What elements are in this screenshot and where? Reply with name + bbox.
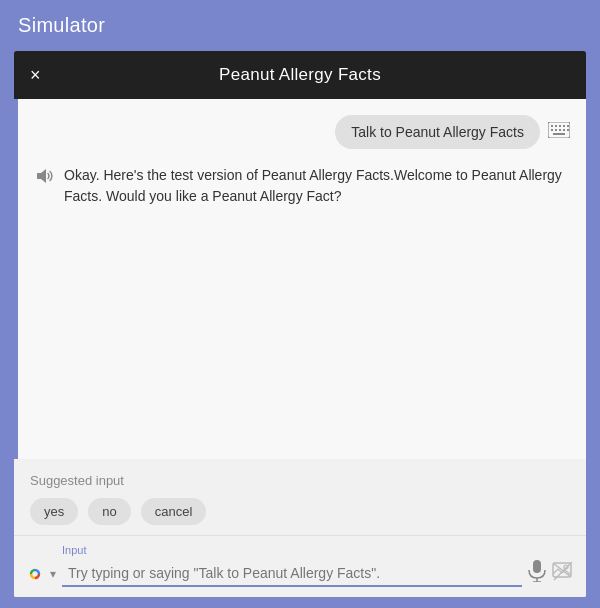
chevron-down-icon[interactable]: ▾ (50, 567, 56, 581)
user-message-row: Talk to Peanut Allergy Facts (34, 115, 570, 149)
chat-title: Peanut Allergy Facts (219, 65, 381, 85)
svg-rect-4 (563, 125, 565, 127)
svg-rect-6 (551, 129, 553, 131)
input-section: Input ▾ (14, 535, 586, 597)
svg-rect-9 (563, 129, 565, 131)
suggested-section: Suggested input yes no cancel (14, 459, 586, 535)
simulator-title: Simulator (18, 14, 105, 36)
chat-input[interactable] (62, 561, 522, 587)
chat-messages: Talk to Peanut Allergy Facts (14, 99, 586, 459)
svg-rect-8 (559, 129, 561, 131)
chat-header: × Peanut Allergy Facts (14, 51, 586, 99)
user-message-text: Talk to Peanut Allergy Facts (351, 124, 524, 140)
speaker-icon[interactable] (34, 167, 54, 190)
svg-rect-11 (553, 133, 565, 135)
input-row: ▾ (26, 560, 574, 587)
google-logo (26, 565, 44, 583)
suggested-chips: yes no cancel (30, 498, 570, 525)
svg-rect-7 (555, 129, 557, 131)
bot-message-text: Okay. Here's the test version of Peanut … (64, 165, 570, 207)
keyboard-icon[interactable] (548, 122, 570, 143)
simulator-header: Simulator (0, 0, 600, 51)
svg-rect-10 (567, 129, 569, 131)
chip-cancel[interactable]: cancel (141, 498, 207, 525)
svg-marker-12 (37, 169, 46, 183)
microphone-icon[interactable] (528, 560, 546, 587)
simulator-body: × Peanut Allergy Facts Talk to Peanut Al… (14, 51, 586, 597)
bot-message-row: Okay. Here's the test version of Peanut … (34, 165, 570, 207)
svg-rect-14 (533, 560, 541, 573)
close-button[interactable]: × (30, 65, 41, 86)
user-message-bubble: Talk to Peanut Allergy Facts (335, 115, 540, 149)
chip-yes[interactable]: yes (30, 498, 78, 525)
svg-rect-1 (551, 125, 553, 127)
svg-rect-3 (559, 125, 561, 127)
input-label: Input (26, 544, 574, 556)
chip-no[interactable]: no (88, 498, 130, 525)
svg-rect-2 (555, 125, 557, 127)
suggested-label: Suggested input (30, 473, 570, 488)
image-off-icon[interactable] (552, 561, 574, 586)
svg-rect-5 (567, 125, 569, 127)
